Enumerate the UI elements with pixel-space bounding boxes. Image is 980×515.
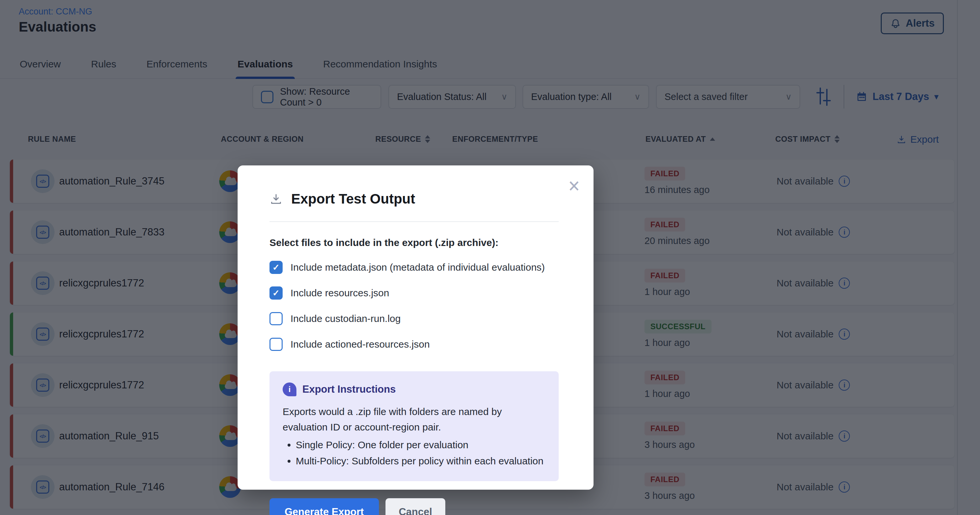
info-icon: i xyxy=(283,383,296,396)
export-option-label: Include custodian-run.log xyxy=(291,313,401,324)
checkbox-checked[interactable]: ✓ xyxy=(269,287,283,300)
export-option[interactable]: ✓Include metadata.json (metadata of indi… xyxy=(269,261,559,274)
export-instructions-body: Exports would a .zip file with folders a… xyxy=(283,404,547,435)
export-options-list: ✓Include metadata.json (metadata of indi… xyxy=(269,261,559,351)
export-option[interactable]: Include custodian-run.log xyxy=(269,312,559,325)
download-icon xyxy=(269,192,283,206)
export-instructions-box: i Export Instructions Exports would a .z… xyxy=(269,371,559,481)
select-files-label: Select files to include in the export (.… xyxy=(269,237,559,248)
export-option-label: Include resources.json xyxy=(291,287,389,298)
close-icon[interactable]: ✕ xyxy=(568,178,581,194)
checkbox-unchecked[interactable] xyxy=(269,338,283,351)
export-instructions-title: Export Instructions xyxy=(302,383,396,395)
export-option[interactable]: Include actioned-resources.json xyxy=(269,338,559,351)
export-test-output-modal: ✕ Export Test Output Select files to inc… xyxy=(238,166,593,489)
modal-divider xyxy=(269,221,559,222)
generate-export-button[interactable]: Generate Export xyxy=(269,498,379,515)
export-instructions-bullets: Single Policy: One folder per evaluation… xyxy=(283,437,547,469)
checkbox-checked[interactable]: ✓ xyxy=(269,261,283,274)
instruction-bullet: Single Policy: One folder per evaluation xyxy=(296,437,547,453)
export-option[interactable]: ✓Include resources.json xyxy=(269,287,559,300)
modal-title: Export Test Output xyxy=(291,191,415,207)
checkbox-unchecked[interactable] xyxy=(269,312,283,325)
instruction-bullet: Multi-Policy: Subfolders per policy with… xyxy=(296,453,547,469)
export-option-label: Include actioned-resources.json xyxy=(291,339,430,350)
cancel-button[interactable]: Cancel xyxy=(385,498,445,515)
export-option-label: Include metadata.json (metadata of indiv… xyxy=(291,262,545,273)
